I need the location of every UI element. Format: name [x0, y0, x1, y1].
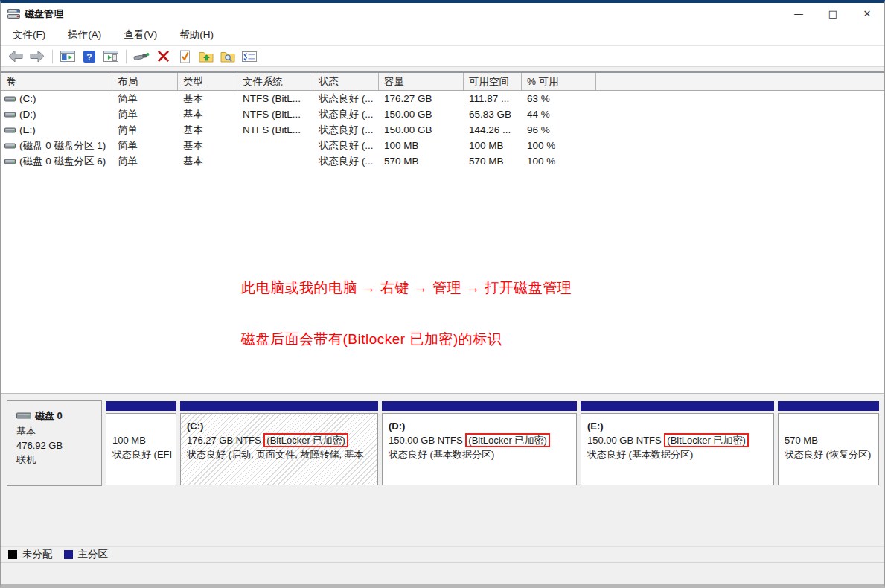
menu-file[interactable]: 文件(F): [6, 25, 52, 45]
annotation-bitlocker-label: 磁盘后面会带有(Bitlocker 已加密)的标识: [241, 330, 502, 349]
header-volume[interactable]: 卷: [1, 73, 112, 90]
svg-text:?: ?: [86, 51, 92, 62]
check-document-icon[interactable]: [176, 48, 194, 65]
window-controls: — □ ✕: [782, 3, 884, 25]
title-bar: 磁盘管理 — □ ✕: [1, 3, 884, 25]
maximize-button[interactable]: □: [816, 3, 850, 25]
panel-divider: [1, 67, 884, 73]
partition-d[interactable]: (D:) 150.00 GB NTFS (BitLocker 已加密) 状态良好…: [381, 400, 578, 486]
legend-primary-partition: 主分区: [78, 548, 109, 561]
disk-management-app-icon: [7, 8, 20, 19]
partition-color-bar: [581, 401, 774, 411]
volume-icon: [4, 158, 16, 165]
show-action-pane-icon[interactable]: [102, 48, 120, 65]
toolbar: ?: [1, 46, 884, 67]
header-filesystem[interactable]: 文件系统: [237, 73, 313, 90]
window-title: 磁盘管理: [25, 7, 63, 21]
bitlocker-tag-highlight: (BitLocker 已加密): [664, 433, 748, 447]
volume-table-header: 卷 布局 类型 文件系统 状态 容量 可用空间 % 可用: [1, 73, 884, 91]
disk-0-info-box[interactable]: 磁盘 0 基本 476.92 GB 联机: [7, 400, 102, 486]
toolbar-separator: [126, 50, 127, 63]
bitlocker-tag-highlight: (BitLocker 已加密): [465, 433, 549, 447]
partition-color-bar: [180, 401, 378, 411]
volume-row-partition-1[interactable]: (磁盘 0 磁盘分区 1) 简单 基本 状态良好 (... 100 MB 100…: [1, 138, 884, 153]
disk-status: 联机: [16, 453, 97, 467]
minimize-button[interactable]: —: [782, 3, 816, 25]
toolbar-separator: [52, 50, 53, 63]
forward-icon[interactable]: [28, 48, 46, 65]
header-layout[interactable]: 布局: [112, 73, 178, 90]
folder-up-icon[interactable]: [197, 48, 215, 65]
folder-search-icon[interactable]: [219, 48, 237, 65]
volume-list-pane: 卷 布局 类型 文件系统 状态 容量 可用空间 % 可用 (C:) 简单 基本 …: [1, 73, 884, 393]
properties-list-icon[interactable]: [240, 48, 258, 65]
disk-icon: [16, 412, 31, 420]
menu-view[interactable]: 查看(V): [117, 25, 164, 45]
partition-color-bar: [382, 401, 577, 411]
annotation-open-disk-management: 此电脑或我的电脑 → 右键 → 管理 → 打开磁盘管理: [241, 278, 572, 298]
disk-size: 476.92 GB: [16, 438, 97, 453]
menu-action[interactable]: 操作(A): [61, 25, 108, 45]
legend-unallocated: 未分配: [22, 548, 53, 561]
legend-bar: 未分配 主分区: [1, 546, 884, 563]
partition-color-bar: [106, 401, 176, 411]
volume-row-d[interactable]: (D:) 简单 基本 NTFS (BitL... 状态良好 (... 150.0…: [1, 106, 884, 122]
header-percent-free[interactable]: % 可用: [522, 73, 596, 90]
unallocated-color-swatch: [8, 550, 17, 559]
show-console-tree-icon[interactable]: [59, 48, 77, 65]
help-icon[interactable]: ?: [80, 48, 98, 65]
volume-row-partition-6[interactable]: (磁盘 0 磁盘分区 6) 简单 基本 状态良好 (... 570 MB 570…: [1, 153, 884, 169]
header-capacity[interactable]: 容量: [379, 73, 464, 90]
volume-row-e[interactable]: (E:) 简单 基本 NTFS (BitL... 状态良好 (... 150.0…: [1, 122, 884, 138]
disk-type: 基本: [16, 424, 97, 438]
graphical-view-pane: 磁盘 0 基本 476.92 GB 联机 100 MB 状态良好 (EFI (C…: [1, 393, 884, 584]
disk-name: 磁盘 0: [35, 409, 63, 423]
header-status[interactable]: 状态: [313, 73, 379, 90]
close-button[interactable]: ✕: [850, 3, 884, 25]
delete-icon[interactable]: [154, 48, 172, 65]
volume-icon: [4, 127, 16, 134]
header-free-space[interactable]: 可用空间: [464, 73, 522, 90]
volume-icon: [4, 142, 16, 150]
partition-efi[interactable]: 100 MB 状态良好 (EFI: [105, 400, 177, 486]
volume-row-c[interactable]: (C:) 简单 基本 NTFS (BitL... 状态良好 (... 176.2…: [1, 91, 884, 106]
disk-management-window: 磁盘管理 — □ ✕ 文件(F) 操作(A) 查看(V) 帮助(H): [0, 0, 885, 588]
volume-icon: [4, 95, 16, 103]
menu-help[interactable]: 帮助(H): [173, 25, 220, 45]
bitlocker-tag-highlight: (BitLocker 已加密): [263, 433, 348, 447]
header-type[interactable]: 类型: [178, 73, 237, 90]
menu-bar: 文件(F) 操作(A) 查看(V) 帮助(H): [1, 25, 884, 46]
partition-recovery[interactable]: 570 MB 状态良好 (恢复分区): [777, 400, 880, 486]
partition-color-bar: [778, 401, 879, 411]
rescan-disks-icon[interactable]: [132, 48, 150, 65]
partition-c[interactable]: (C:) 176.27 GB NTFS (BitLocker 已加密) 状态良好…: [179, 400, 379, 486]
back-icon[interactable]: [7, 48, 25, 65]
header-filler: [596, 73, 884, 90]
partition-e[interactable]: (E:) 150.00 GB NTFS (BitLocker 已加密) 状态良好…: [580, 400, 775, 486]
volume-icon: [4, 111, 16, 118]
primary-partition-color-swatch: [64, 550, 73, 559]
